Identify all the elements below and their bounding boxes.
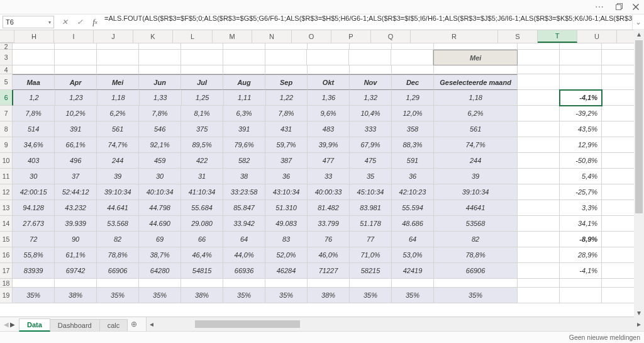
scroll-down-button[interactable]: ▾: [634, 308, 644, 318]
cell[interactable]: 561: [434, 121, 518, 137]
cell[interactable]: 6,3%: [223, 106, 265, 121]
cell[interactable]: 6,2%: [97, 106, 139, 121]
cell[interactable]: 422: [181, 153, 223, 169]
cell[interactable]: 431: [265, 121, 308, 137]
cell[interactable]: 35%: [97, 288, 139, 303]
row-header[interactable]: 11: [0, 169, 13, 184]
cell[interactable]: [97, 279, 139, 288]
scroll-up-button[interactable]: ▴: [634, 29, 644, 39]
cell[interactable]: 61,1%: [55, 247, 97, 263]
cell[interactable]: 459: [139, 153, 181, 169]
row-header[interactable]: 3: [0, 50, 13, 65]
cell[interactable]: [223, 65, 265, 74]
close-window-button[interactable]: [630, 1, 641, 13]
cell[interactable]: [13, 65, 55, 74]
cell[interactable]: 59,7%: [265, 137, 308, 153]
cell[interactable]: 49.083: [265, 216, 308, 232]
cell[interactable]: [13, 43, 55, 50]
cell[interactable]: 83: [265, 232, 308, 247]
cell[interactable]: [223, 43, 265, 50]
cell[interactable]: 10,2%: [55, 106, 97, 121]
cell[interactable]: [307, 50, 349, 65]
cell[interactable]: 33.942: [223, 216, 265, 232]
column-header[interactable]: K: [133, 30, 173, 43]
cell[interactable]: [518, 137, 560, 153]
cell[interactable]: 403: [13, 153, 55, 169]
table-col-header[interactable]: Mei: [97, 74, 139, 90]
row-header[interactable]: 7: [0, 106, 13, 121]
cell[interactable]: 391: [55, 121, 97, 137]
cell[interactable]: [139, 279, 181, 288]
cell[interactable]: 94.128: [13, 200, 55, 216]
cell[interactable]: 39,9%: [308, 137, 350, 153]
cell[interactable]: [139, 65, 181, 74]
cell[interactable]: 333: [350, 121, 392, 137]
column-header[interactable]: N: [252, 30, 292, 43]
cell[interactable]: 66: [181, 232, 223, 247]
cell[interactable]: 44.641: [97, 200, 139, 216]
cell[interactable]: 35%: [13, 288, 55, 303]
cell[interactable]: 1,23: [55, 90, 97, 106]
cell[interactable]: -25,7%: [560, 184, 602, 200]
cell[interactable]: [392, 65, 434, 74]
cell[interactable]: 244: [434, 153, 518, 169]
cell[interactable]: [55, 65, 97, 74]
cell[interactable]: 483: [308, 121, 350, 137]
cell[interactable]: 52,0%: [265, 247, 308, 263]
cell[interactable]: [181, 279, 223, 288]
cell[interactable]: 477: [308, 153, 350, 169]
cell[interactable]: [139, 50, 181, 65]
cell[interactable]: 72: [13, 232, 55, 247]
cell[interactable]: 1,22: [266, 90, 308, 106]
cell[interactable]: 33:23:58: [223, 184, 265, 200]
cell[interactable]: [518, 65, 560, 74]
table-col-header[interactable]: Jun: [139, 74, 181, 90]
cell[interactable]: 66,1%: [55, 137, 97, 153]
column-header[interactable]: J: [94, 30, 133, 43]
cell[interactable]: 46,4%: [181, 247, 223, 263]
cell[interactable]: [55, 279, 97, 288]
formula-input[interactable]: =ALS.FOUT(ALS($R$3=$F$5;0;ALS($R$3=$G$5;…: [101, 14, 632, 30]
cell[interactable]: 44.690: [139, 216, 181, 232]
cell[interactable]: 58215: [350, 263, 392, 279]
cell[interactable]: 42:10:23: [392, 184, 434, 200]
cell[interactable]: 391: [223, 121, 265, 137]
column-header[interactable]: Q: [371, 30, 411, 43]
cell[interactable]: 244: [97, 153, 139, 169]
cell[interactable]: 71227: [308, 263, 350, 279]
cell[interactable]: 74,7%: [434, 137, 518, 153]
cell[interactable]: 7,8%: [13, 106, 55, 121]
row-header[interactable]: 6: [0, 90, 13, 106]
row-header[interactable]: 13: [0, 200, 13, 216]
cell[interactable]: 77: [350, 232, 392, 247]
cell[interactable]: [13, 279, 55, 288]
cell[interactable]: 55.684: [181, 200, 223, 216]
vertical-scroll-track[interactable]: [635, 40, 643, 306]
cell[interactable]: -50,8%: [560, 153, 602, 169]
row-header[interactable]: 18: [0, 279, 13, 288]
table-col-header[interactable]: Dec: [392, 74, 434, 90]
cell[interactable]: 8,1%: [181, 106, 223, 121]
table-col-header[interactable]: Aug: [223, 74, 265, 90]
cell[interactable]: [223, 279, 265, 288]
cell[interactable]: 69742: [55, 263, 97, 279]
cell[interactable]: [560, 288, 602, 303]
cell[interactable]: 358: [392, 121, 434, 137]
cell[interactable]: [434, 65, 518, 74]
cell[interactable]: 5,4%: [560, 169, 602, 184]
cell[interactable]: [560, 43, 602, 50]
cell[interactable]: [518, 50, 560, 65]
cell[interactable]: 546: [139, 121, 181, 137]
cell[interactable]: [518, 169, 560, 184]
cell[interactable]: 1,36: [308, 90, 350, 106]
sheet-tab-data[interactable]: Data: [19, 318, 50, 332]
column-header[interactable]: M: [213, 30, 252, 43]
cell[interactable]: 66906: [434, 263, 518, 279]
cell[interactable]: 496: [55, 153, 97, 169]
cell[interactable]: [434, 279, 518, 288]
expand-formula-bar-button[interactable]: ⌄: [632, 14, 644, 30]
cell[interactable]: [350, 279, 392, 288]
cell[interactable]: 7,8%: [265, 106, 308, 121]
column-header[interactable]: H: [14, 30, 54, 43]
cell[interactable]: 1,11: [224, 90, 266, 106]
